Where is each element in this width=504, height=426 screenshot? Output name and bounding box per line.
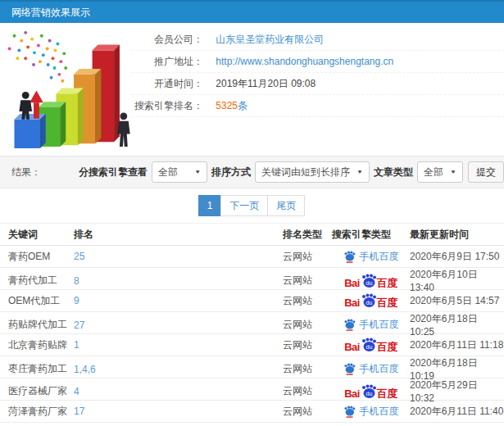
sort-label: 排序方式 <box>211 165 251 179</box>
mobile-baidu-paw-icon <box>343 319 356 331</box>
chevron-down-icon: ▼ <box>450 169 456 174</box>
updated-time-cell: 2020年6月18日 10:25 <box>410 312 504 338</box>
baidu-logo: Bai du 百度 <box>344 384 397 399</box>
rank-link[interactable]: 27 <box>74 320 84 331</box>
network-marketing-dashboard: 网络营销效果展示 <box>0 0 504 426</box>
header-updated: 最新更新时间 <box>410 228 504 242</box>
result-label: 结果： <box>11 165 41 179</box>
baidu-logo: Bai du 百度 <box>344 293 397 308</box>
baidu-logo: Bai du 百度 <box>344 274 397 288</box>
table-row: OEM代加工 9 云网站 Bai du 百度 <box>0 290 504 312</box>
updated-time-cell: 2020年6月10日 13:40 <box>410 268 504 293</box>
updated-time-cell: 2020年6月11日 11:18 <box>410 338 504 352</box>
rank-link[interactable]: 4 <box>74 386 79 397</box>
table-row: 北京膏药贴牌 1 云网站 Bai du 百度 <box>0 334 504 356</box>
confetti-dots <box>8 31 68 83</box>
bar-blue <box>14 114 45 148</box>
page-button-next[interactable]: 下一页 <box>220 195 268 216</box>
rank-link[interactable]: 1,4,6 <box>74 364 96 375</box>
search-engine-cell: Bai du 百度 手机百度 <box>332 338 410 352</box>
updated-time-cell: 2020年6月11日 11:40 <box>410 405 504 419</box>
mobile-baidu-label: 手机百度 <box>360 318 399 332</box>
svg-text:du: du <box>366 344 372 350</box>
baidu-logo-bai: Bai <box>344 342 360 352</box>
baidu-logo-bai: Bai <box>344 388 360 399</box>
submit-button[interactable]: 提交 <box>468 161 504 183</box>
table-row: 枣庄膏药加工 1,4,6 云网站 Bai du 百度 <box>0 356 504 378</box>
baidu-logo-cn: 百度 <box>377 278 397 288</box>
rank-link[interactable]: 8 <box>74 275 79 287</box>
table-row: 膏药OEM 25 云网站 Bai du 百度 <box>0 246 504 268</box>
header-rank-type: 排名类型 <box>283 228 332 242</box>
company-link[interactable]: 山东皇圣堂药业有限公司 <box>216 34 324 45</box>
table-row: 膏药代加工 8 云网站 Bai du 百度 <box>0 268 504 290</box>
mobile-baidu-logo: 手机百度 <box>343 318 399 332</box>
chevron-down-icon: ▼ <box>356 169 363 174</box>
article-type-value: 全部 <box>424 165 443 179</box>
chevron-down-icon: ▼ <box>194 169 201 174</box>
filter-controls: 分搜索引擎查看 全部 ▼ 排序方式 关键词由短到长排序 ▼ 文章类型 全部 ▼ … <box>75 161 504 183</box>
keyword-cell: 膏药OEM <box>8 250 74 264</box>
mobile-baidu-label: 手机百度 <box>360 250 399 264</box>
article-type-select[interactable]: 全部 ▼ <box>417 161 463 183</box>
rank-link[interactable]: 1 <box>74 339 79 351</box>
info-section: 会员公司： 山东皇圣堂药业有限公司 推广地址： http://www.shand… <box>0 23 504 156</box>
baidu-logo-bai: Bai <box>344 297 360 308</box>
baidu-paw-icon: du <box>361 293 377 308</box>
table-row: 药贴牌代加工 27 云网站 Bai du 百度 <box>0 312 504 334</box>
baidu-paw-icon: du <box>361 274 377 288</box>
rank-type-cell: 云网站 <box>283 362 332 376</box>
baidu-logo-cn: 百度 <box>377 342 397 352</box>
mobile-baidu-label: 手机百度 <box>360 362 399 376</box>
sort-select[interactable]: 关键词由短到长排序 ▼ <box>255 161 370 183</box>
svg-text:du: du <box>366 300 372 306</box>
company-info: 会员公司： 山东皇圣堂药业有限公司 推广地址： http://www.shand… <box>131 23 504 117</box>
keyword-cell: 药贴牌代加工 <box>8 318 74 332</box>
page-header: 网络营销效果展示 <box>0 0 504 23</box>
mobile-baidu-paw-icon <box>343 406 356 418</box>
pagination-row: 1 下一页 尾页 <box>0 188 504 223</box>
table-row: 菏泽膏药厂家 17 云网站 Bai du 百度 <box>0 401 504 423</box>
svg-text:du: du <box>366 390 372 396</box>
rank-link[interactable]: 9 <box>74 295 79 306</box>
info-row-url: 推广地址： http://www.shandonghuangshengtang.… <box>131 51 504 73</box>
table-header-row: 关键词 排名 排名类型 搜索引擎类型 最新更新时间 <box>0 223 504 246</box>
page-button-current[interactable]: 1 <box>198 195 222 216</box>
rank-type-cell: 云网站 <box>283 338 332 352</box>
page-title: 网络营销效果展示 <box>11 6 90 20</box>
search-engine-cell: Bai du 百度 手机百度 <box>332 362 410 376</box>
rank-type-cell: 云网站 <box>283 250 332 264</box>
keyword-cell: 医疗器械厂家 <box>8 384 74 398</box>
promo-url-link[interactable]: http://www.shandonghuangshengtang.cn <box>216 56 393 67</box>
mobile-baidu-label: 手机百度 <box>360 405 399 419</box>
keyword-cell: 菏泽膏药厂家 <box>8 405 74 419</box>
rank-link[interactable]: 25 <box>74 251 84 262</box>
info-row-rank-count: 搜索引擎排名： 5325条 <box>131 95 504 117</box>
baidu-logo-bai: Bai <box>344 278 360 288</box>
baidu-logo: Bai du 百度 <box>344 338 397 352</box>
updated-time-cell: 2020年5月29日 10:32 <box>410 378 504 404</box>
page-button-last[interactable]: 尾页 <box>267 195 305 216</box>
header-rank: 排名 <box>74 228 283 242</box>
keyword-rank-table: 关键词 排名 排名类型 搜索引擎类型 最新更新时间 膏药OEM 25 云网站 B… <box>0 223 504 423</box>
updated-time-cell: 2020年6月9日 17:50 <box>410 250 504 264</box>
keyword-cell: 膏药代加工 <box>8 274 74 288</box>
header-keyword: 关键词 <box>8 228 74 242</box>
mobile-baidu-logo: 手机百度 <box>343 250 399 264</box>
mobile-baidu-paw-icon <box>343 251 356 263</box>
rank-type-cell: 云网站 <box>283 384 332 398</box>
filter-bar: 结果： 分搜索引擎查看 全部 ▼ 排序方式 关键词由短到长排序 ▼ 文章类型 全… <box>0 156 504 188</box>
keyword-cell: 枣庄膏药加工 <box>8 362 74 376</box>
rank-type-cell: 云网站 <box>283 318 332 332</box>
baidu-logo-cn: 百度 <box>377 388 397 399</box>
engine-filter-select[interactable]: 全部 ▼ <box>152 161 207 183</box>
rank-count-number: 5325 <box>216 100 238 111</box>
search-engine-cell: Bai du 百度 手机百度 <box>332 274 410 288</box>
mobile-baidu-logo: 手机百度 <box>343 362 399 376</box>
svg-text:du: du <box>366 279 372 285</box>
search-engine-cell: Bai du 百度 手机百度 <box>332 293 410 308</box>
updated-time-cell: 2020年6月5日 14:57 <box>410 294 504 308</box>
rank-link[interactable]: 17 <box>74 406 84 417</box>
search-engine-cell: Bai du 百度 手机百度 <box>332 405 410 419</box>
pagination: 1 下一页 尾页 <box>199 195 306 216</box>
